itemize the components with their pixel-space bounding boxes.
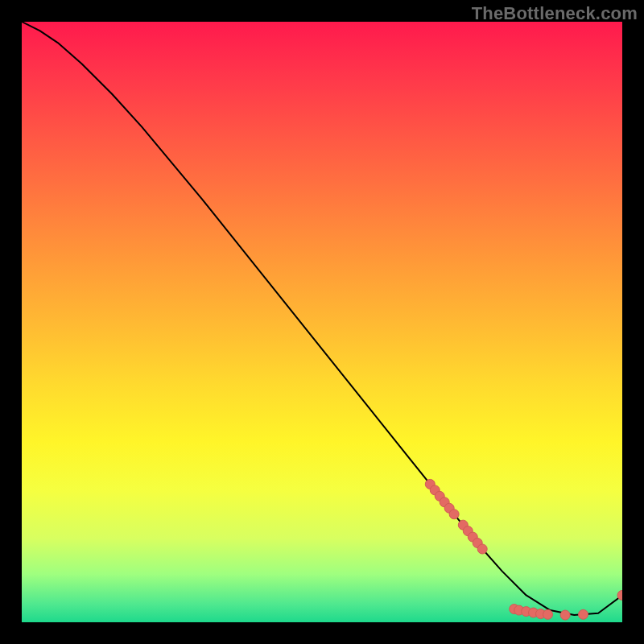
data-marker (477, 544, 487, 554)
markers-group (425, 479, 622, 620)
chart-overlay (22, 22, 622, 622)
data-marker (579, 609, 588, 619)
data-marker (449, 510, 459, 519)
curve-line (22, 22, 622, 615)
watermark-text: TheBottleneck.com (472, 3, 638, 24)
data-marker (560, 610, 570, 620)
chart-stage: TheBottleneck.com (0, 0, 644, 644)
plot-area (22, 22, 622, 622)
data-marker (543, 609, 553, 619)
